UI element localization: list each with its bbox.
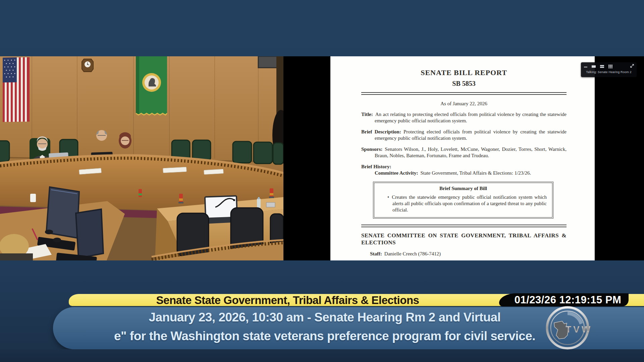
document-video: SENATE BILL REPORT SB 5853 As of January… [283, 56, 644, 260]
us-flag [3, 57, 30, 122]
staff-text: Danielle Creech (786-7412) [384, 251, 441, 256]
as-of-date: As of January 22, 2026 [361, 101, 567, 107]
senate-bill-report-page: SENATE BILL REPORT SB 5853 As of January… [330, 56, 595, 260]
title-label: Title: [361, 112, 373, 117]
staff-monitor-2 [76, 209, 103, 258]
brief-description-text: Protecting elected officials from politi… [375, 129, 567, 141]
water-bottle [257, 197, 261, 208]
staff-line: Staff:Danielle Creech (786-7412) [370, 251, 567, 257]
minimize-icon[interactable] [584, 64, 588, 68]
expand-icon[interactable] [630, 63, 635, 70]
tvw-logo-svg: TVW [544, 304, 591, 351]
sponsors-label: Sponsors: [361, 146, 382, 152]
summary-heading: Brief Summary of Bill [380, 186, 547, 191]
brief-history-label: Brief History: [361, 164, 391, 169]
brief-history: Brief History: [361, 164, 567, 170]
document-title: SENATE BILL REPORT [361, 68, 567, 77]
tvw-logo: TVW [544, 304, 591, 351]
title-rule [361, 92, 567, 95]
brief-summary-box: Brief Summary of Bill Creates the statew… [373, 182, 553, 219]
ticker-line: e" for the Washington state veterans pre… [73, 329, 576, 343]
hearing-room-scene [0, 56, 283, 260]
committee-heading: SENATE COMMITTEE ON STATE GOVERNMENT, TR… [361, 232, 567, 246]
talking-label: Talking: Senate Hearing Room 2 [581, 70, 637, 74]
committee-banner-label: Senate State Government, Tribal Affairs … [79, 294, 496, 306]
committee-activity: Committee Activity:State Government, Tri… [361, 170, 567, 176]
wall-clock [82, 59, 93, 72]
tvw-logo-text: TVW [566, 324, 591, 335]
sponsors-text: Senators Wilson, J., Holy, Lovelett, McC… [375, 146, 567, 158]
bill-number: SB 5853 [361, 80, 567, 87]
layout-controls [584, 64, 634, 69]
title-paragraph: Title:An act relating to protecting elec… [361, 111, 567, 124]
sponsors-paragraph: Sponsors:Senators Wilson, J., Holy, Love… [361, 146, 567, 159]
brief-description-paragraph: Brief Description:Protecting elected off… [361, 129, 567, 141]
committee-activity-text: State Government, Tribal Affairs & Elect… [421, 170, 531, 176]
schedule-line: January 23, 2026, 10:30 am - Senate Hear… [73, 310, 576, 324]
committee-activity-label: Committee Activity: [375, 170, 418, 176]
grid-pane-icon[interactable] [608, 64, 613, 68]
split-pane-icon[interactable] [600, 64, 604, 68]
coffee-cup [30, 194, 36, 202]
single-pane-icon[interactable] [591, 64, 596, 68]
title-text: An act relating to protecting elected of… [375, 112, 567, 123]
staff-label: Staff: [370, 251, 382, 256]
brief-description-label: Brief Description: [361, 129, 401, 134]
section-rule [361, 225, 567, 227]
broadcast-frame: SENATE BILL REPORT SB 5853 As of January… [0, 0, 644, 362]
hearing-room-video [0, 56, 283, 260]
washington-flag [136, 56, 167, 115]
summary-bullet: Creates the statewide emergency public o… [380, 194, 547, 213]
talking-widget: Talking: Senate Hearing Room 2 [581, 62, 637, 77]
